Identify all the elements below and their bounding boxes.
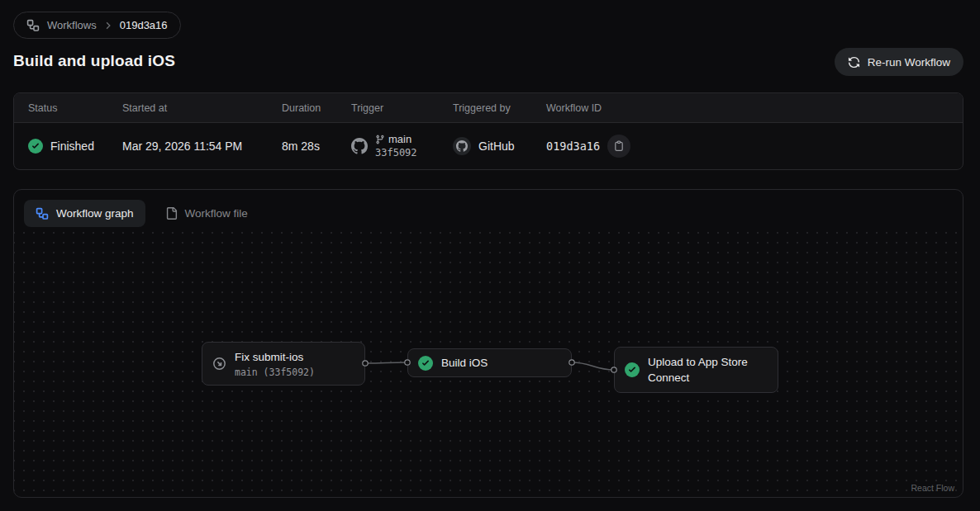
table-header-row: Status Started at Duration Trigger Trigg…: [14, 93, 963, 123]
started-at-cell: Mar 29, 2026 11:54 PM: [122, 140, 282, 153]
col-header-workflow-id: Workflow ID: [546, 102, 963, 114]
breadcrumb: Workflows 019d3a16: [13, 12, 181, 39]
trigger-branch-name: main: [388, 133, 412, 145]
tab-workflow-graph[interactable]: Workflow graph: [24, 200, 145, 227]
rerun-workflow-button[interactable]: Re-run Workflow: [835, 48, 963, 76]
node-title: Upload to App Store Connect: [648, 354, 768, 386]
graph-node-fix-submit-ios[interactable]: Fix submit-ios main (33f5092): [202, 342, 365, 386]
check-circle-icon: [418, 356, 433, 371]
github-avatar: [453, 137, 471, 155]
tab-workflow-file[interactable]: Workflow file: [154, 200, 259, 227]
workflow-id-cell: 019d3a16: [546, 135, 963, 158]
graph-node-build-ios[interactable]: Build iOS: [407, 348, 572, 377]
check-circle-icon: [28, 139, 43, 154]
page-title: Build and upload iOS: [13, 52, 175, 70]
chevron-right-icon: [104, 21, 112, 30]
triggered-by-name: GitHub: [478, 140, 515, 153]
rerun-button-label: Re-run Workflow: [868, 56, 950, 69]
workflow-graph-panel: Workflow graph Workflow file Fix submit-…: [13, 189, 963, 498]
col-header-trigger: Trigger: [351, 102, 453, 114]
workflow-graph-icon: [36, 207, 49, 220]
col-header-duration: Duration: [282, 102, 351, 114]
breadcrumb-workflows-link[interactable]: Workflows: [47, 19, 97, 31]
trigger-ref: main 33f5092: [375, 133, 417, 159]
panel-tabs: Workflow graph Workflow file: [24, 200, 259, 227]
triggered-by-cell: GitHub: [453, 137, 546, 155]
clipboard-icon: [613, 140, 625, 152]
react-flow-attribution: React Flow: [911, 483, 954, 493]
rerun-icon: [848, 56, 860, 69]
status-cell: Finished: [28, 139, 122, 154]
table-row: Finished Mar 29, 2026 11:54 PM 8m 28s ma…: [14, 123, 963, 169]
col-header-started-at: Started at: [122, 102, 282, 114]
tab-workflow-file-label: Workflow file: [185, 207, 248, 220]
check-circle-icon: [625, 362, 640, 377]
duration-cell: 8m 28s: [282, 140, 351, 153]
workflow-id-value: 019d3a16: [546, 140, 600, 153]
node-title: Fix submit-ios: [235, 349, 315, 365]
status-text: Finished: [50, 140, 94, 153]
col-header-status: Status: [28, 102, 122, 114]
breadcrumb-current-id: 019d3a16: [120, 19, 168, 31]
copy-workflow-id-button[interactable]: [607, 135, 630, 158]
github-mark-icon: [351, 138, 368, 154]
file-icon: [165, 207, 178, 220]
trigger-cell: main 33f5092: [351, 133, 453, 159]
git-branch-icon: [375, 135, 385, 144]
commit-icon: [212, 357, 226, 371]
graph-node-upload-app-store[interactable]: Upload to App Store Connect: [614, 347, 778, 393]
workflows-icon: [26, 19, 40, 32]
trigger-commit-sha: 33f5092: [375, 147, 417, 159]
tab-workflow-graph-label: Workflow graph: [56, 207, 134, 220]
node-title: Build iOS: [441, 355, 488, 371]
run-summary-table: Status Started at Duration Trigger Trigg…: [13, 92, 963, 170]
col-header-triggered-by: Triggered by: [453, 102, 546, 114]
node-subtitle: main (33f5092): [235, 367, 315, 379]
